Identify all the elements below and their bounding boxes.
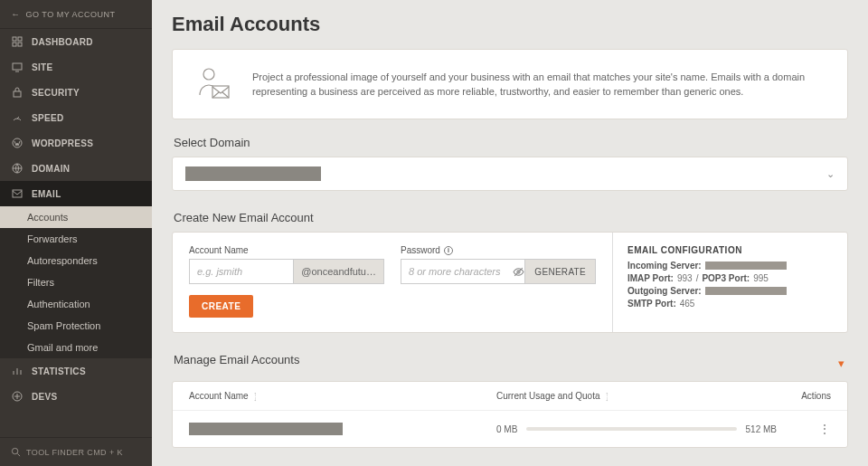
chart-icon <box>11 365 24 377</box>
subnav-autoresponders[interactable]: Autoresponders <box>0 250 152 271</box>
manage-section-label: Manage Email Accounts <box>174 353 299 366</box>
lock-icon <box>11 86 24 99</box>
plus-circle-icon <box>11 390 24 403</box>
password-input[interactable] <box>401 259 512 284</box>
sidebar-label: DOMAIN <box>32 164 70 174</box>
search-icon <box>11 447 21 457</box>
usage-value: 0 MB <box>496 424 517 434</box>
password-group: Password i GENERATE <box>401 245 596 284</box>
account-name-label: Account Name <box>189 245 384 255</box>
sidebar-item-dashboard[interactable]: DASHBOARD <box>0 29 152 54</box>
col-usage: Current Usage and Quota <box>496 391 600 401</box>
info-icon[interactable]: i <box>444 246 453 255</box>
sidebar-item-wordpress[interactable]: WORDPRESS <box>0 130 152 156</box>
subnav-spam[interactable]: Spam Protection <box>0 315 152 337</box>
config-heading: EMAIL CONFIGURATION <box>627 245 833 255</box>
outgoing-server-redacted <box>705 287 787 295</box>
svg-rect-0 <box>13 37 16 41</box>
gauge-icon <box>11 111 24 124</box>
sidebar-item-devs[interactable]: DEVS <box>0 384 152 409</box>
create-account-card: Account Name @onceandfutu… Password i <box>172 232 848 333</box>
arrow-left-icon: ← <box>11 9 21 19</box>
quota-bar <box>526 427 736 431</box>
grid-icon <box>11 35 24 48</box>
col-account-name: Account Name <box>189 391 249 401</box>
svg-rect-8 <box>13 190 22 197</box>
svg-point-10 <box>12 448 17 453</box>
domain-select[interactable]: ⌄ <box>172 157 848 191</box>
chevron-down-icon: ⌄ <box>826 168 835 180</box>
subnav-gmail[interactable]: Gmail and more <box>0 337 152 358</box>
sidebar-item-speed[interactable]: SPEED <box>0 105 152 130</box>
sidebar-item-domain[interactable]: DOMAIN <box>0 156 152 181</box>
person-mail-icon <box>193 64 232 104</box>
generate-button[interactable]: GENERATE <box>524 259 596 284</box>
sort-icon[interactable]: ↑↓ <box>254 392 258 401</box>
domain-suffix: @onceandfutu… <box>294 259 384 284</box>
select-domain-label: Select Domain <box>174 136 848 149</box>
sidebar-item-email[interactable]: EMAIL <box>0 181 152 206</box>
tool-finder-button[interactable]: TOOL FINDER CMD + K <box>0 437 152 466</box>
domain-value-redacted <box>185 166 321 181</box>
sidebar-item-site[interactable]: SITE <box>0 54 152 80</box>
col-actions: Actions <box>777 391 831 401</box>
create-section-label: Create New Email Account <box>174 211 848 224</box>
intro-text: Project a professional image of yourself… <box>252 70 827 100</box>
table-row: 0 MB 512 MB ⋮ <box>173 410 847 447</box>
subnav-forwarders[interactable]: Forwarders <box>0 228 152 250</box>
sidebar-label: DASHBOARD <box>32 37 93 47</box>
sidebar-nav: DASHBOARD SITE SECURITY SPEED WORDPRESS … <box>0 29 152 437</box>
account-name-group: Account Name @onceandfutu… <box>189 245 384 284</box>
sidebar-item-security[interactable]: SECURITY <box>0 80 152 105</box>
row-actions-menu[interactable]: ⋮ <box>777 422 831 436</box>
sidebar-label: DEVS <box>32 392 57 402</box>
sidebar-label: SECURITY <box>32 88 80 98</box>
go-to-account-link[interactable]: ← GO TO MY ACCOUNT <box>0 0 152 29</box>
accounts-table: Account Name ↑↓ Current Usage and Quota … <box>172 381 848 448</box>
main-content: Email Accounts Project a professional im… <box>152 0 868 466</box>
sidebar-label: SITE <box>32 62 52 72</box>
account-email-redacted <box>189 423 343 435</box>
sidebar: ← GO TO MY ACCOUNT DASHBOARD SITE SECURI… <box>0 0 152 466</box>
incoming-server-redacted <box>705 262 787 270</box>
create-button[interactable]: CREATE <box>189 295 253 318</box>
page-title: Email Accounts <box>172 13 848 36</box>
sidebar-label: STATISTICS <box>32 366 86 376</box>
sidebar-label: SPEED <box>32 113 63 123</box>
create-form: Account Name @onceandfutu… Password i <box>173 233 612 332</box>
globe-icon <box>11 162 24 175</box>
monitor-icon <box>11 61 24 73</box>
svg-rect-3 <box>18 43 22 46</box>
go-to-account-label: GO TO MY ACCOUNT <box>26 10 116 19</box>
mail-icon <box>11 187 24 200</box>
email-submenu: Accounts Forwarders Autoresponders Filte… <box>0 206 152 358</box>
subnav-accounts[interactable]: Accounts <box>0 206 152 228</box>
password-label: Password <box>401 245 440 255</box>
subnav-authentication[interactable]: Authentication <box>0 293 152 315</box>
intro-card: Project a professional image of yourself… <box>172 49 848 119</box>
svg-point-11 <box>203 69 214 80</box>
table-header: Account Name ↑↓ Current Usage and Quota … <box>173 382 847 410</box>
subnav-filters[interactable]: Filters <box>0 271 152 293</box>
svg-rect-4 <box>13 63 22 70</box>
sidebar-item-statistics[interactable]: STATISTICS <box>0 358 152 384</box>
filter-icon[interactable]: ▾ <box>835 353 848 374</box>
quota-value: 512 MB <box>746 424 777 434</box>
svg-rect-5 <box>14 91 21 97</box>
wordpress-icon <box>11 137 24 149</box>
svg-rect-2 <box>13 43 16 46</box>
tool-finder-label: TOOL FINDER CMD + K <box>26 448 123 457</box>
svg-rect-1 <box>18 37 22 41</box>
sidebar-label: EMAIL <box>32 189 61 199</box>
account-name-input[interactable] <box>189 259 294 284</box>
eye-icon[interactable] <box>512 259 524 284</box>
sidebar-label: WORDPRESS <box>32 138 93 148</box>
email-config-panel: EMAIL CONFIGURATION Incoming Server: IMA… <box>612 233 847 332</box>
sort-icon[interactable]: ↑↓ <box>606 392 609 401</box>
